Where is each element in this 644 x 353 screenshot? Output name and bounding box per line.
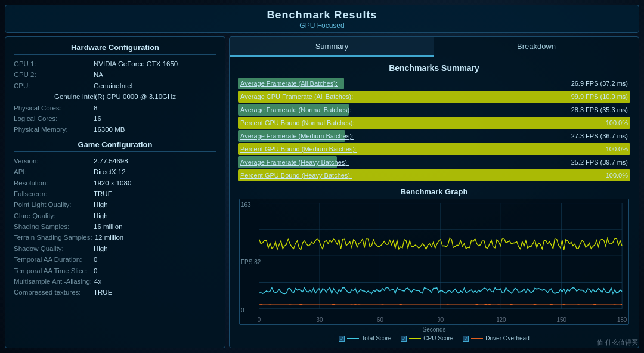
x-axis-label: Seconds (238, 326, 630, 333)
game-row: Glare Quality:High (14, 210, 216, 221)
game-rows: Version:2.77.54698API:DirectX 12Resoluti… (14, 156, 216, 298)
header-title: Benchmark Results (5, 9, 639, 21)
svg-text:120: 120 (496, 315, 506, 323)
legend-total-score: Total Score (339, 335, 391, 342)
game-row: Resolution:1920 x 1080 (14, 178, 216, 188)
legend-check-driver[interactable] (463, 336, 469, 342)
legend-line-total (347, 338, 359, 339)
hardware-row: Logical Cores:16 (14, 113, 216, 124)
bench-row: Percent GPU Bound (Normal Batches):100.0… (238, 117, 630, 129)
left-panel: Hardware Configuration GPU 1:NVIDIA GeFo… (5, 36, 225, 348)
hardware-row: Physical Cores:8 (14, 103, 216, 113)
hardware-row: Physical Memory:16300 MB (14, 124, 216, 135)
svg-text:180: 180 (617, 315, 627, 323)
summary-title: Benchmarks Summary (238, 63, 630, 73)
tabs: Summary Breakdown (230, 37, 639, 57)
game-row: Temporal AA Time Slice:0 (14, 265, 216, 276)
game-row: Point Light Quality:High (14, 199, 216, 210)
game-row: Terrain Shading Samples:12 million (14, 232, 216, 243)
legend-label-total: Total Score (361, 335, 391, 342)
graph-title: Benchmark Graph (238, 187, 630, 196)
main-container: Benchmark Results GPU Focused Hardware C… (0, 0, 644, 353)
watermark: 值 什么值得买 (597, 338, 638, 347)
game-row: Compressed textures:TRUE (14, 287, 216, 298)
header-subtitle: GPU Focused (5, 21, 639, 30)
legend-label-cpu: CPU Score (423, 335, 453, 342)
graph-container: 163 FPS 82 0 0306090120150180 (239, 199, 629, 325)
tab-summary[interactable]: Summary (230, 37, 434, 57)
legend-label-driver: Driver Overhead (485, 335, 529, 342)
hardware-row: GPU 1:NVIDIA GeForce GTX 1650 (14, 58, 216, 69)
game-row: Multisample Anti-Aliasing:4x (14, 276, 216, 287)
legend-line-driver (471, 338, 483, 339)
legend-line-cpu (409, 338, 421, 339)
right-panel: Summary Breakdown Benchmarks Summary Ave… (229, 36, 639, 348)
game-row: Version:2.77.54698 (14, 156, 216, 166)
graph-area: Benchmark Graph 163 FPS 82 0 03060901201… (238, 187, 630, 342)
legend-check-cpu[interactable] (401, 336, 407, 342)
bench-row: Average Framerate (Normal Batches):28.3 … (238, 104, 630, 116)
graph-legend: Total Score CPU Score Driver Overhead (238, 335, 630, 342)
game-row: Fullscreen:TRUE (14, 188, 216, 199)
svg-text:90: 90 (437, 315, 444, 323)
game-section: Game Configuration Version:2.77.54698API… (14, 140, 216, 298)
legend-cpu-score: CPU Score (401, 335, 453, 342)
bench-rows: Average Framerate (All Batches):26.9 FPS… (238, 78, 630, 181)
legend-check-total[interactable] (339, 336, 345, 342)
graph-svg: 0306090120150180 (240, 199, 628, 324)
bench-row: Percent GPU Bound (Heavy Batches):100.0% (238, 169, 630, 181)
hardware-rows: GPU 1:NVIDIA GeForce GTX 1650GPU 2:NACPU… (14, 58, 216, 135)
svg-text:60: 60 (377, 315, 383, 323)
svg-text:0: 0 (258, 315, 261, 323)
hardware-title: Hardware Configuration (14, 43, 216, 55)
legend-driver-overhead: Driver Overhead (463, 335, 529, 342)
hardware-row: GPU 2:NA (14, 69, 216, 80)
game-row: API:DirectX 12 (14, 166, 216, 177)
bench-row: Average Framerate (Medium Batches):27.3 … (238, 130, 630, 142)
header: Benchmark Results GPU Focused (5, 5, 639, 33)
bench-row: Percent GPU Bound (Medium Batches):100.0… (238, 143, 630, 155)
bench-row: Average CPU Framerate (All Batches):99.9… (238, 91, 630, 103)
content-area: Hardware Configuration GPU 1:NVIDIA GeFo… (5, 36, 639, 348)
bench-row: Average Framerate (Heavy Batches):25.2 F… (238, 156, 630, 168)
game-row: Shadow Quality:High (14, 243, 216, 254)
svg-text:30: 30 (317, 315, 323, 323)
game-row: Shading Samples:16 million (14, 221, 216, 232)
hardware-row: Genuine Intel(R) CPU 0000 @ 3.10GHz (14, 91, 216, 102)
hardware-section: Hardware Configuration GPU 1:NVIDIA GeFo… (14, 43, 216, 135)
summary-content: Benchmarks Summary Average Framerate (Al… (230, 57, 639, 348)
game-title: Game Configuration (14, 140, 216, 152)
tab-breakdown[interactable]: Breakdown (434, 37, 639, 57)
bench-row: Average Framerate (All Batches):26.9 FPS… (238, 78, 630, 89)
game-row: Temporal AA Duration:0 (14, 254, 216, 265)
hardware-row: CPU:GenuineIntel (14, 80, 216, 91)
svg-text:150: 150 (557, 315, 566, 323)
